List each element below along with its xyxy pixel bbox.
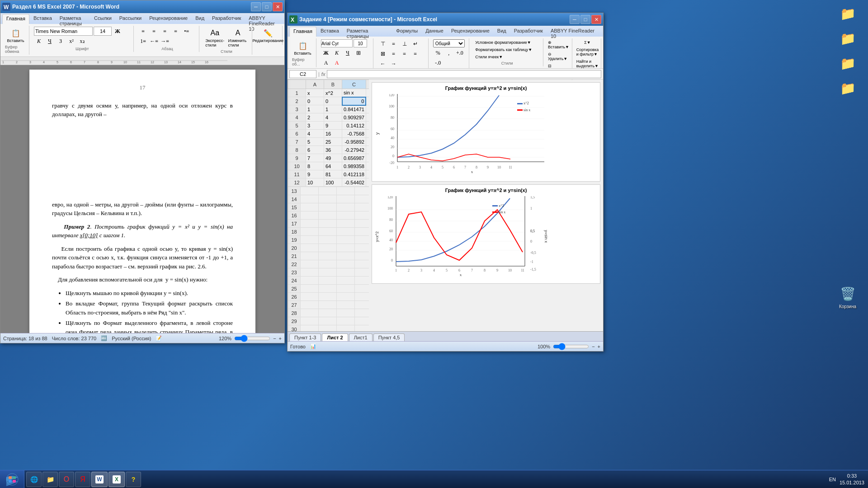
excel-cell-empty-13-2[interactable] — [337, 187, 355, 195]
excel-cell-d2[interactable] — [366, 97, 369, 105]
excel-find-btn[interactable]: Найти и выделить▼ — [575, 58, 600, 69]
word-paste-btn[interactable]: 📋 Вставить — [5, 27, 25, 44]
excel-cell-b9[interactable]: 49 — [324, 154, 342, 162]
word-align-center-btn[interactable]: ≡ — [149, 27, 159, 36]
excel-cell-c10[interactable]: 0.989358 — [342, 162, 366, 170]
excel-cell-c11[interactable]: 0.412118 — [342, 170, 366, 178]
excel-cell-b11[interactable]: 81 — [324, 170, 342, 178]
word-tab-abbyy[interactable]: ABBYY FineReader 10 — [245, 14, 283, 24]
excel-delete-cells-btn[interactable]: ⊖ Удалить▼ — [547, 51, 571, 62]
excel-cell-d4[interactable] — [366, 113, 369, 122]
excel-cell-empty-24-2[interactable] — [337, 277, 355, 285]
excel-cell-d3[interactable] — [366, 105, 369, 113]
excel-cell-empty-15-1[interactable] — [319, 203, 337, 211]
excel-cell-empty-25-0[interactable] — [301, 285, 319, 293]
excel-cell-empty-27-3[interactable] — [355, 301, 369, 309]
excel-percent-btn[interactable]: % — [433, 48, 443, 57]
taskbar-excel[interactable]: X — [108, 472, 125, 487]
excel-cell-a6[interactable]: 4 — [306, 130, 324, 138]
excel-zoom-in-icon[interactable]: + — [598, 344, 600, 349]
excel-cell-empty-16-0[interactable] — [301, 211, 319, 220]
word-tab-refs[interactable]: Ссылки — [90, 14, 115, 24]
excel-cell-empty-23-0[interactable] — [301, 268, 319, 277]
excel-tab-view[interactable]: Вид — [494, 27, 510, 37]
excel-zoom-slider[interactable] — [553, 343, 589, 350]
excel-cell-empty-27-1[interactable] — [319, 301, 337, 309]
excel-indent-less-btn[interactable]: ← — [378, 59, 388, 68]
excel-cell-c6[interactable]: -0.7568 — [342, 130, 366, 138]
word-tab-insert[interactable]: Вставка — [30, 14, 56, 24]
excel-paste-btn[interactable]: 📋 Вставить — [292, 39, 312, 56]
word-bullets-btn[interactable]: •≡ — [182, 27, 192, 36]
excel-cell-empty-26-3[interactable] — [355, 293, 369, 301]
excel-tab-layout[interactable]: Разметка страницы — [343, 27, 392, 37]
excel-cell-empty-27-0[interactable] — [301, 301, 319, 309]
word-doc-area[interactable]: 17 гравчу с двумя осями у, например, на … — [0, 65, 284, 333]
excel-cell-empty-25-3[interactable] — [355, 285, 369, 293]
desktop-icon-folder2[interactable]: 📁 — [832, 29, 863, 47]
word-zoom-out-icon[interactable]: − — [273, 336, 276, 341]
excel-underline-btn[interactable]: Ч — [343, 48, 353, 57]
excel-cell-empty-20-1[interactable] — [319, 244, 337, 252]
word-tab-view[interactable]: Вид — [192, 14, 208, 24]
word-title-bar[interactable]: W Раздел 6 MS Excel 2007 - Microsoft Wor… — [0, 0, 284, 13]
excel-cell-empty-13-3[interactable] — [355, 187, 369, 195]
excel-cell-empty-21-1[interactable] — [319, 252, 337, 260]
excel-title-bar[interactable]: X Задание 4 [Режим совместимости] - Micr… — [288, 13, 603, 26]
excel-cell-empty-23-3[interactable] — [355, 268, 369, 277]
excel-cell-c2[interactable]: 0 — [342, 97, 366, 105]
excel-sheet-tab-2[interactable]: Лист 2 — [322, 333, 348, 341]
excel-cell-empty-24-0[interactable] — [301, 277, 319, 285]
excel-wrap-btn[interactable]: ↵ — [410, 39, 420, 48]
excel-cell-a3[interactable]: 1 — [306, 105, 324, 113]
excel-cell-empty-21-2[interactable] — [337, 252, 355, 260]
excel-cell-b8[interactable]: 36 — [324, 146, 342, 154]
excel-cell-empty-15-0[interactable] — [301, 203, 319, 211]
excel-sheet-tab-3[interactable]: Лист1 — [349, 333, 373, 341]
excel-font-size[interactable] — [354, 39, 367, 47]
word-italic-btn[interactable]: К — [34, 37, 44, 46]
excel-cell-empty-22-3[interactable] — [355, 260, 369, 268]
excel-cell-c5[interactable]: 0.14112 — [342, 122, 366, 130]
excel-cell-a5[interactable]: 3 — [306, 122, 324, 130]
excel-cell-empty-17-1[interactable] — [319, 220, 337, 228]
excel-cell-b1[interactable]: x^2 — [324, 89, 342, 97]
excel-cell-empty-18-0[interactable] — [301, 228, 319, 236]
excel-cell-empty-28-3[interactable] — [355, 309, 369, 317]
excel-cell-empty-30-2[interactable] — [337, 325, 355, 332]
excel-cell-d8[interactable] — [366, 146, 369, 154]
excel-merge-btn[interactable]: ⊠ — [378, 49, 388, 58]
excel-cell-empty-21-3[interactable] — [355, 252, 369, 260]
excel-cell-b6[interactable]: 16 — [324, 130, 342, 138]
taskbar-help[interactable]: ? — [126, 472, 141, 487]
word-tab-dev[interactable]: Разработчик — [208, 14, 245, 24]
excel-cell-empty-19-0[interactable] — [301, 236, 319, 244]
excel-cell-a4[interactable]: 2 — [306, 113, 324, 122]
excel-cell-a12[interactable]: 10 — [306, 178, 324, 187]
excel-cell-empty-20-0[interactable] — [301, 244, 319, 252]
excel-sheet-tab-1[interactable]: Пункт 1-3 — [289, 333, 321, 341]
excel-cell-empty-25-2[interactable] — [337, 285, 355, 293]
excel-fill-btn[interactable]: A — [321, 58, 331, 67]
excel-sort-btn[interactable]: Сортировка и фильтр▼ — [575, 47, 600, 57]
excel-col-a[interactable]: A — [306, 80, 324, 89]
excel-cell-d10[interactable] — [366, 162, 369, 170]
excel-cell-d1[interactable] — [366, 89, 369, 97]
word-edit-btn[interactable]: ✏️ Редактирование — [251, 27, 285, 44]
excel-cell-d5[interactable] — [366, 122, 369, 130]
excel-cell-d7[interactable] — [366, 138, 369, 146]
word-align-justify-btn[interactable]: ≡ — [171, 27, 181, 36]
word-underline-btn[interactable]: Ч — [45, 37, 55, 46]
excel-name-box[interactable]: C2 — [289, 70, 316, 78]
taskbar-ie[interactable]: 🌐 — [26, 472, 42, 487]
excel-color-btn[interactable]: A — [332, 58, 342, 67]
excel-cell-empty-18-2[interactable] — [337, 228, 355, 236]
excel-cell-empty-19-2[interactable] — [337, 236, 355, 244]
excel-tab-abbyy[interactable]: ABBYY FineReader 10 — [547, 27, 601, 37]
word-indent-less-btn[interactable]: ←≡ — [149, 37, 159, 46]
word-tab-mail[interactable]: Рассылки — [116, 14, 145, 24]
word-subscript-btn[interactable]: x₂ — [77, 37, 87, 46]
excel-cell-empty-14-0[interactable] — [301, 195, 319, 203]
excel-cell-empty-16-1[interactable] — [319, 211, 337, 220]
excel-cell-b7[interactable]: 25 — [324, 138, 342, 146]
